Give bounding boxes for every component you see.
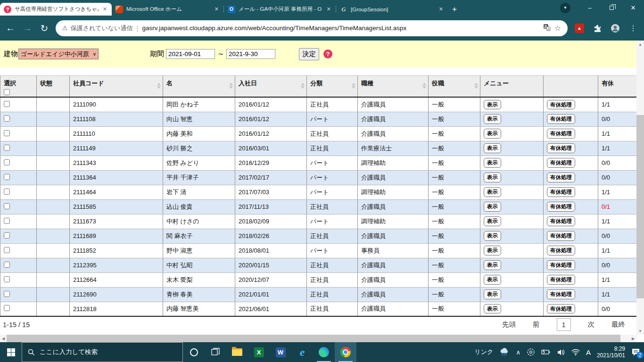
forward-icon[interactable]: →	[22, 23, 33, 33]
leave-process-button[interactable]: 有休処理	[547, 158, 575, 167]
hidden-icons-chevron-icon[interactable]: ∧	[516, 349, 520, 356]
horizontal-scrollbar-thumb[interactable]	[7, 335, 620, 342]
row-checkbox[interactable]	[4, 232, 10, 239]
sort-arrows-icon[interactable]	[229, 83, 233, 89]
notification-center-button[interactable]: 2	[631, 348, 640, 356]
back-icon[interactable]: ←	[5, 23, 16, 33]
address-bar[interactable]: ⚠ 保護されていない通信 | gasrv.japanwest.cloudapp.…	[56, 20, 568, 36]
edge-button[interactable]	[313, 342, 335, 362]
taskbar-clock[interactable]: 8:29 2021/10/01	[597, 346, 625, 359]
start-button[interactable]	[0, 342, 22, 362]
scroll-up-icon[interactable]: ▲	[636, 41, 644, 48]
file-explorer-button[interactable]	[226, 342, 248, 362]
leave-process-button[interactable]: 有休処理	[547, 129, 575, 138]
show-button[interactable]: 表示	[484, 158, 501, 167]
leave-process-button[interactable]: 有休処理	[547, 173, 575, 182]
close-button[interactable]: ✕	[622, 0, 644, 16]
leave-process-button[interactable]: 有休処理	[547, 202, 575, 211]
row-checkbox[interactable]	[4, 174, 10, 180]
row-checkbox[interactable]	[4, 130, 10, 136]
submit-button[interactable]: 決定	[299, 48, 319, 60]
show-button[interactable]: 表示	[484, 289, 501, 299]
show-button[interactable]: 表示	[484, 202, 501, 211]
row-checkbox[interactable]	[4, 276, 10, 282]
page-number[interactable]: 1	[557, 318, 571, 331]
show-button[interactable]: 表示	[484, 114, 501, 123]
row-checkbox[interactable]	[4, 291, 10, 297]
column-header-3[interactable]: 名	[163, 76, 235, 98]
restore-button[interactable]	[601, 0, 622, 16]
tab-office[interactable]: Microsoft Office ホーム ✕	[112, 3, 223, 16]
internet-explorer-button[interactable]: e	[291, 342, 313, 362]
pager-prev[interactable]: 前	[533, 320, 540, 329]
row-checkbox[interactable]	[4, 305, 10, 311]
show-button[interactable]: 表示	[484, 100, 501, 109]
leave-process-button[interactable]: 有休処理	[547, 304, 575, 313]
show-button[interactable]: 表示	[484, 304, 501, 313]
word-button[interactable]: W	[270, 342, 291, 362]
meet-now-icon[interactable]	[527, 348, 535, 356]
taskbar-search-input[interactable]: ここに入力して検索	[22, 342, 183, 362]
ime-mode-indicator[interactable]: A	[586, 348, 591, 356]
scroll-left-icon[interactable]: ◀	[0, 335, 7, 342]
leave-process-button[interactable]: 有休処理	[547, 187, 575, 197]
show-button[interactable]: 表示	[484, 216, 501, 226]
bookmark-star-icon[interactable]: ☆	[554, 24, 561, 33]
leave-process-button[interactable]: 有休処理	[547, 289, 575, 299]
show-button[interactable]: 表示	[484, 187, 501, 197]
tab-groupsession[interactable]: G [GroupSession] ✕	[336, 3, 448, 16]
volume-icon[interactable]	[557, 349, 565, 356]
new-tab-button[interactable]: +	[448, 3, 461, 16]
row-checkbox[interactable]	[4, 189, 10, 195]
column-header-6[interactable]: 職種	[358, 76, 429, 98]
scroll-down-icon[interactable]: ▼	[636, 327, 644, 335]
row-checkbox[interactable]	[4, 145, 10, 151]
show-button[interactable]: 表示	[484, 143, 501, 153]
period-to-input[interactable]: 2021-9-30	[226, 49, 275, 59]
period-from-input[interactable]: 2021-09-01	[166, 49, 215, 59]
tab-outlook-mail[interactable]: O メール - GA中小河原 事務所用 - O ✕	[224, 3, 336, 16]
tab-satsuki[interactable]: ? サ高住専用経営ソフトさつきちゃん ✕	[0, 3, 112, 16]
vertical-scrollbar-thumb[interactable]	[636, 115, 644, 298]
leave-process-button[interactable]: 有休処理	[547, 246, 575, 255]
show-button[interactable]: 表示	[484, 275, 501, 284]
battery-icon[interactable]	[541, 349, 551, 355]
help-icon[interactable]: ?	[323, 49, 332, 58]
row-checkbox[interactable]	[4, 218, 10, 224]
sort-arrows-icon[interactable]	[422, 83, 426, 89]
leave-process-button[interactable]: 有休処理	[547, 216, 575, 226]
chrome-button[interactable]	[335, 342, 356, 362]
tab-close-icon[interactable]: ✕	[102, 6, 108, 12]
pager-first[interactable]: 先頭	[502, 320, 516, 329]
pdf-extension-icon[interactable]: ▲	[573, 24, 586, 33]
leave-process-button[interactable]: 有休処理	[547, 114, 575, 123]
refresh-icon[interactable]: ↻	[39, 23, 50, 34]
news-interests-label[interactable]: リンク	[474, 348, 493, 356]
weather-icon[interactable]	[499, 347, 510, 357]
tab-close-icon[interactable]: ✕	[214, 6, 220, 12]
show-button[interactable]: 表示	[484, 173, 501, 182]
security-warning[interactable]: ⚠ 保護されていない通信	[62, 24, 132, 33]
row-checkbox[interactable]	[4, 101, 10, 107]
column-header-7[interactable]: 役職	[429, 76, 480, 98]
profile-avatar-icon[interactable]	[609, 24, 621, 33]
vertical-scrollbar[interactable]: ▲ ▼	[636, 41, 644, 335]
wifi-icon[interactable]	[571, 349, 580, 355]
translate-icon[interactable]: あA	[543, 24, 551, 33]
row-checkbox[interactable]	[4, 115, 10, 122]
row-checkbox[interactable]	[4, 159, 10, 165]
leave-process-button[interactable]: 有休処理	[547, 100, 575, 109]
show-button[interactable]: 表示	[484, 246, 501, 255]
leave-process-button[interactable]: 有休処理	[547, 260, 575, 270]
row-checkbox[interactable]	[4, 262, 10, 268]
show-button[interactable]: 表示	[484, 260, 501, 270]
scroll-right-icon[interactable]: ▶	[630, 335, 636, 342]
leave-process-button[interactable]: 有休処理	[547, 275, 575, 284]
leave-process-button[interactable]: 有休処理	[547, 143, 575, 153]
excel-button[interactable]: X	[248, 342, 270, 362]
extensions-puzzle-icon[interactable]	[591, 24, 603, 33]
browser-menu-kebab-icon[interactable]: ⋮	[627, 24, 639, 33]
column-header-5[interactable]: 分類	[307, 76, 358, 98]
browser-profile-button[interactable]: ▼	[560, 3, 570, 13]
sort-arrows-icon[interactable]	[474, 83, 478, 89]
